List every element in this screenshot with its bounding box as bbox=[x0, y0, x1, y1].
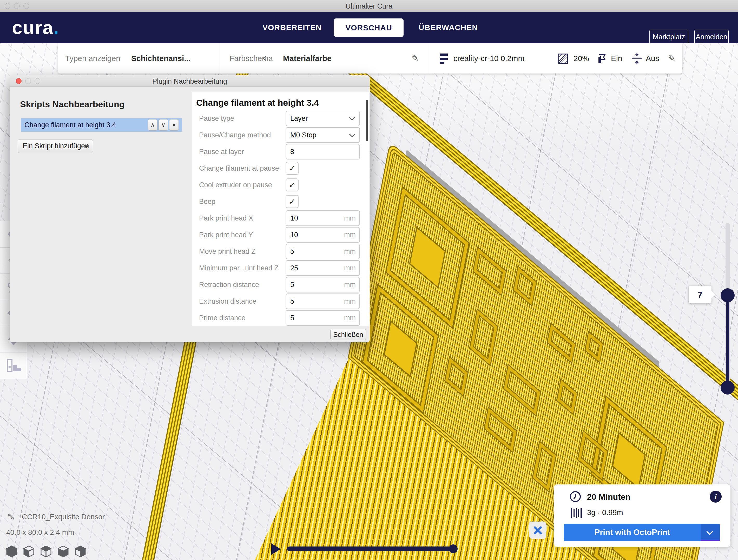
setting-label: Park print head Y bbox=[199, 227, 253, 242]
setting-dropdown[interactable]: Layer bbox=[286, 111, 360, 126]
marketplace-button[interactable]: Marktplatz bbox=[649, 30, 688, 44]
edit-print-settings-pencil-icon[interactable]: ✎ bbox=[668, 43, 676, 73]
setting-row: Park print head X10mm bbox=[192, 210, 369, 226]
chevron-down-icon bbox=[349, 131, 355, 137]
setting-label: Pause type bbox=[199, 111, 234, 126]
infill-icon bbox=[558, 53, 568, 64]
printer-profile-icon bbox=[439, 53, 450, 64]
setting-value: M0 Stop bbox=[290, 131, 317, 139]
material-usage-icon bbox=[571, 507, 583, 519]
setting-unit: mm bbox=[344, 277, 356, 292]
setting-unit: mm bbox=[344, 261, 356, 275]
view-front-icon[interactable] bbox=[23, 545, 34, 557]
view-right-icon[interactable] bbox=[75, 545, 86, 557]
printer-profile-value[interactable]: creality-cr-10 0.2mm bbox=[453, 43, 524, 73]
clock-icon bbox=[570, 491, 581, 503]
tab-vorbereiten[interactable]: VORBEREITEN bbox=[263, 12, 320, 43]
setting-input[interactable]: 5mm bbox=[286, 277, 360, 293]
setting-input[interactable]: 10mm bbox=[286, 227, 360, 242]
window-titlebar: Ultimaker Cura bbox=[0, 0, 738, 12]
setting-input[interactable]: 8 bbox=[286, 144, 360, 159]
setting-input[interactable]: 5mm bbox=[286, 310, 360, 326]
setting-row: Minimum par...rint head Z25mm bbox=[192, 260, 369, 276]
setting-label: Change filament at pause bbox=[199, 160, 279, 176]
support-icon bbox=[598, 53, 607, 64]
setting-checkbox[interactable]: ✓ bbox=[286, 178, 299, 191]
adhesion-icon bbox=[632, 53, 642, 64]
toolbar-divider bbox=[429, 43, 429, 73]
setting-row: Beep✓ bbox=[192, 194, 369, 209]
script-move-down-button[interactable]: ∨ bbox=[158, 119, 168, 131]
octoprint-settings-button[interactable] bbox=[529, 522, 546, 539]
setting-label: Minimum par...rint head Z bbox=[199, 260, 279, 276]
setting-checkbox[interactable]: ✓ bbox=[286, 195, 299, 208]
settings-scrollbar[interactable] bbox=[366, 100, 368, 141]
layer-slider-range[interactable] bbox=[726, 295, 729, 388]
info-icon[interactable]: i bbox=[710, 491, 722, 503]
close-dialog-button[interactable]: Schließen bbox=[330, 329, 366, 340]
script-list-item[interactable]: Change filament at height 3.4 bbox=[21, 118, 182, 132]
setting-row: Extrusion distance5mm bbox=[192, 294, 369, 309]
setting-checkbox[interactable]: ✓ bbox=[286, 162, 299, 175]
layer-slider-lower-handle[interactable] bbox=[721, 381, 735, 395]
qr-module bbox=[445, 358, 468, 396]
signin-button[interactable]: Anmelden bbox=[694, 30, 729, 44]
model-name: CCR10_Exquisite Densor bbox=[22, 513, 105, 521]
view-3d-icon[interactable] bbox=[6, 545, 17, 557]
setting-input[interactable]: 5mm bbox=[286, 243, 360, 259]
model-dimensions: 40.0 x 80.0 x 2.4 mm bbox=[6, 528, 74, 537]
window-title: Ultimaker Cura bbox=[0, 2, 738, 10]
adhesion-value[interactable]: Aus bbox=[646, 43, 659, 73]
print-with-octoprint-button[interactable]: Print with OctoPrint bbox=[564, 524, 720, 541]
tab-vorschau[interactable]: VORSCHAU bbox=[334, 18, 404, 37]
layer-slider-upper-handle[interactable] bbox=[721, 288, 735, 302]
tool-support-blocker-button[interactable] bbox=[0, 353, 27, 379]
setting-unit: mm bbox=[344, 294, 356, 309]
setting-input[interactable]: 25mm bbox=[286, 260, 360, 276]
support-value[interactable]: Ein bbox=[611, 43, 622, 73]
script-move-up-button[interactable]: ∧ bbox=[148, 119, 157, 131]
timeline-slider[interactable] bbox=[287, 547, 455, 551]
tab-ueberwachen[interactable]: ÜBERWACHEN bbox=[418, 12, 478, 43]
add-script-dropdown-button[interactable]: Ein Skript hinzufügen bbox=[18, 139, 93, 153]
infill-value[interactable]: 20% bbox=[574, 43, 589, 73]
layer-number: 7 bbox=[698, 290, 703, 300]
setting-input[interactable]: 10mm bbox=[286, 210, 360, 226]
setting-row: Prime distance5mm bbox=[192, 310, 369, 326]
view-type-value[interactable]: Schichtenansi... bbox=[131, 43, 191, 73]
setting-unit: mm bbox=[344, 311, 356, 325]
script-remove-button[interactable]: × bbox=[169, 119, 179, 131]
print-options-dropdown[interactable] bbox=[701, 524, 720, 541]
view-top-icon[interactable] bbox=[41, 545, 51, 557]
print-button-label: Print with OctoPrint bbox=[594, 524, 689, 541]
view-left-icon[interactable] bbox=[58, 545, 69, 557]
setting-row: Move print head Z5mm bbox=[192, 243, 369, 259]
qr-module bbox=[586, 332, 603, 362]
qr-module bbox=[473, 248, 506, 294]
color-scheme-label: Farbschema bbox=[230, 43, 273, 73]
rename-model-pencil-icon[interactable]: ✎ bbox=[7, 512, 15, 523]
layer-number-tooltip: 7 bbox=[689, 286, 712, 304]
setting-row: Pause at layer8 bbox=[192, 144, 369, 159]
setting-row: Cool extruder on pause✓ bbox=[192, 177, 369, 193]
setting-row: Retraction distance5mm bbox=[192, 277, 369, 293]
dropdown-caret-icon bbox=[84, 145, 89, 148]
timeline-handle[interactable] bbox=[449, 544, 458, 553]
setting-label: Cool extruder on pause bbox=[199, 177, 272, 193]
script-settings-panel: Change filament at height 3.4 Pause type… bbox=[191, 92, 369, 326]
setting-input[interactable]: 5mm bbox=[286, 294, 360, 309]
setting-value: 10 bbox=[290, 231, 298, 239]
setting-row: Pause typeLayer bbox=[192, 111, 369, 126]
color-scheme-value[interactable]: Materialfarbe bbox=[283, 43, 332, 73]
play-button[interactable] bbox=[271, 543, 281, 555]
setting-dropdown[interactable]: M0 Stop bbox=[286, 127, 360, 143]
edit-view-pencil-icon[interactable]: ✎ bbox=[411, 43, 419, 73]
dialog-titlebar[interactable]: Plugin Nachbearbeitung bbox=[10, 75, 370, 87]
qr-finder-core bbox=[613, 434, 645, 487]
setting-row: Park print head Y10mm bbox=[192, 227, 369, 242]
setting-unit: mm bbox=[344, 211, 356, 225]
main-header: cura. VORBEREITEN VORSCHAU ÜBERWACHEN Ma… bbox=[0, 12, 738, 43]
setting-value: 8 bbox=[290, 148, 294, 155]
qr-module bbox=[547, 324, 575, 362]
setting-value: 10 bbox=[290, 214, 298, 222]
